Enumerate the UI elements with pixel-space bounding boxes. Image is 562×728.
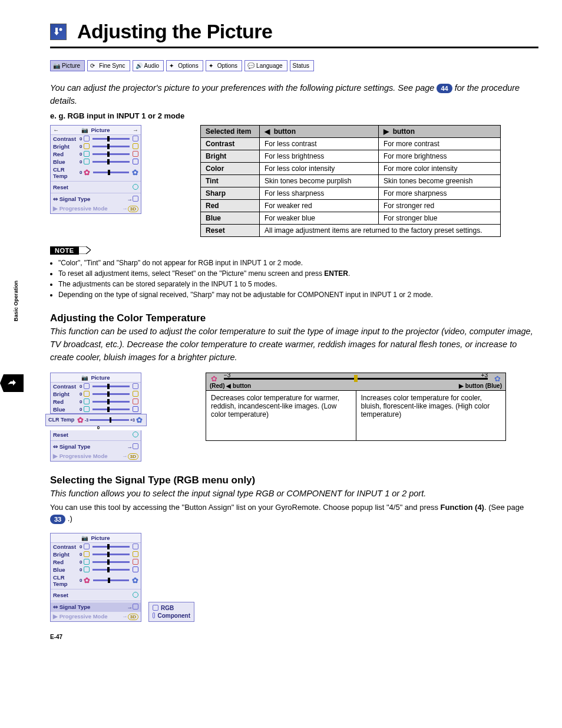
svg-point-0 [59, 28, 62, 31]
table-row: BrightFor less brightnessFor more bright… [201, 150, 501, 162]
tab-language[interactable]: 💬Language [244, 60, 287, 71]
page-ref-badge-2: 33 [50, 515, 65, 524]
tab-status[interactable]: Status [290, 60, 314, 71]
table-row: RedFor weaker redFor stronger red [201, 199, 501, 212]
signal-type-submenu: RGB Component [148, 602, 194, 622]
ct-right-desc: Increases color temperature for cooler, … [356, 390, 506, 440]
osd-picture-menu-2b: Reset ⇔ Signal Type→ ▶ Progressive Mode→… [50, 430, 141, 462]
menu-tabs: 📷Picture ⟳Fine Sync 🔊Audio ✦Options ✦Opt… [50, 60, 538, 71]
col-right-button: ▶ button [379, 125, 501, 137]
tab-picture[interactable]: 📷Picture [50, 60, 85, 71]
side-tab: Basic Operation [0, 321, 24, 410]
color-temp-table: ✿ −3 +3 ✿ (Red) ◀ button ▶ button (Blue)… [206, 373, 506, 441]
note-item: Depending on the type of signal received… [58, 290, 538, 299]
title-icon [50, 24, 67, 40]
note-arrow-icon [78, 246, 91, 256]
page-title: Adjusting the Picture [77, 20, 272, 43]
clr-temp-slider-strip: CLR Temp ✿ -3 +3 ✿ [45, 414, 147, 426]
osd-wrap-2: 📷 Picture Contrast0 Bright0 Red0 Blue0 C… [50, 373, 147, 462]
page-number: E-47 [50, 634, 538, 640]
side-tab-label: Basic Operation [13, 281, 19, 321]
col-left-button: ◀ button [260, 125, 379, 137]
table-row: ContrastFor less contrastFor more contra… [201, 137, 501, 150]
section-color-temp-heading: Adjusting the Color Temperature [50, 312, 538, 324]
section-color-temp-intro: This function can be used to adjust the … [50, 325, 538, 364]
tab-options-1[interactable]: ✦Options [166, 60, 203, 71]
ct-left-desc: Decreases color temperature for warmer, … [206, 390, 356, 440]
adjustment-table: Selected item ◀ button ▶ button Contrast… [200, 125, 501, 237]
note-item: The adjustments can be stored separately… [58, 279, 538, 289]
table-row-reset: ResetAll image adjustment items are retu… [201, 224, 501, 236]
side-tab-icon [0, 374, 24, 392]
osd-picture-menu-1: ←📷 Picture→ Contrast0 Bright0 Red0 Blue0… [50, 125, 141, 214]
tab-options-2[interactable]: ✦Options [206, 60, 242, 71]
ct-left-label: (Red) ◀ button [210, 383, 251, 389]
table-row: BlueFor weaker blueFor stronger blue [201, 212, 501, 224]
table-row: SharpFor less sharpnessFor more sharpnes… [201, 187, 501, 199]
tab-audio[interactable]: 🔊Audio [133, 60, 164, 71]
ct-slider: ✿ −3 +3 ✿ [210, 374, 502, 383]
col-selected-item: Selected item [201, 125, 260, 137]
note-item: "Color", "Tint" and "Sharp" do not appea… [58, 258, 538, 268]
example-caption: e. g. RGB input in INPUT 1 or 2 mode [50, 111, 538, 120]
note-item: To reset all adjustment items, select "R… [58, 269, 538, 278]
page-ref-badge: 44 [437, 84, 452, 93]
submenu-item-rgb[interactable]: RGB [153, 604, 190, 612]
osd-picture-menu-3: 📷 Picture Contrast0 Bright0 Red0 Blue0 C… [50, 533, 141, 622]
tab-fine-sync[interactable]: ⟳Fine Sync [87, 60, 130, 71]
intro-text: You can adjust the projector's picture t… [50, 82, 538, 108]
section-signal-type-heading: Selecting the Signal Type (RGB menu only… [50, 475, 538, 486]
table-row: TintSkin tones become purplishSkin tones… [201, 174, 501, 187]
osd-picture-menu-2: 📷 Picture Contrast0 Bright0 Red0 Blue0 [50, 373, 141, 414]
title-divider [50, 47, 538, 48]
section-signal-type-intro: This function allows you to select the i… [50, 487, 538, 500]
submenu-item-component[interactable]: Component [153, 612, 190, 620]
notes-block: NOTE "Color", "Tint" and "Sharp" do not … [50, 246, 538, 300]
ct-right-label: ▶ button (Blue) [459, 383, 502, 389]
note-label: NOTE [50, 246, 79, 255]
table-row: ColorFor less color intensityFor more co… [201, 162, 501, 174]
section-signal-type-body: You can use this tool by accessing the "… [50, 502, 538, 525]
